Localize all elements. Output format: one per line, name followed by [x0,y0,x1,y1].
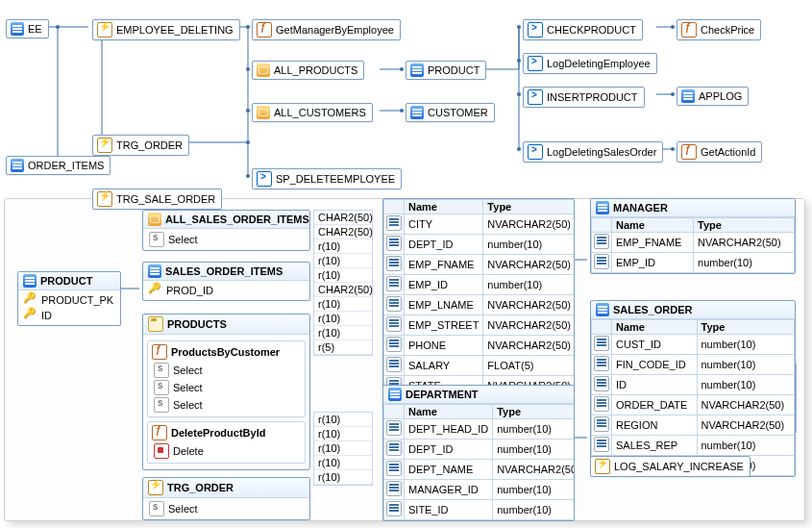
svg-point-3 [246,67,250,71]
svg-point-13 [671,25,675,29]
node-sp-deleteemployee[interactable]: SP_DELETEEMPLOYEE [252,168,402,189]
node-all-products[interactable]: ALL_PRODUCTS [252,61,364,80]
table-icon [23,274,37,288]
column-icon [386,461,402,476]
column-icon [594,336,609,351]
column-type: NVARCHAR2(50) [697,395,795,415]
column-icon [386,276,402,291]
node-getmanagerbyemployee[interactable]: GetManagerByEmployee [252,19,401,40]
package-icon [148,316,163,332]
column-name: EMP_ID [405,275,483,295]
op-label: Select [173,382,203,393]
group-delete-product-by-id[interactable]: DeleteProductById Delete [147,421,306,464]
table-row[interactable]: EMP_LNAMENVARCHAR2(50) [384,295,576,315]
trigger-icon [148,480,163,495]
node-insertproduct[interactable]: INSERTPRODUCT [523,87,645,108]
node-applog[interactable]: APPLOG [677,87,749,106]
table-row[interactable]: CITYNVARCHAR2(50) [384,214,576,235]
table-row[interactable]: EMP_FNAMENVARCHAR2(50) [384,255,576,275]
node-checkprice[interactable]: CheckPrice [677,19,761,40]
column-icon [386,481,402,496]
panel-product[interactable]: PRODUCT PRODUCT_PK ID [17,271,121,326]
table-row[interactable]: EMP_FNAMENVARCHAR2(50) [592,233,795,253]
panel-title: MANAGER [613,202,668,214]
node-log-salary-increase[interactable]: LOG_SALARY_INCREASE [590,456,750,477]
key-icon [24,309,37,322]
column-label: PROD_ID [166,285,213,296]
table-icon [11,22,24,36]
trigger-icon [97,191,112,207]
node-order-items[interactable]: ORDER_ITEMS [6,156,111,175]
group-products-by-customer[interactable]: ProductsByCustomer Select Select Select [147,340,306,417]
table-row[interactable]: REGIONNVARCHAR2(50) [592,415,795,436]
panel-all-sales-order-items[interactable]: ALL_SALES_ORDER_ITEMS_D Select [142,210,310,251]
panel-title: SALES_ORDER [613,304,693,315]
node-all-customers[interactable]: ALL_CUSTOMERS [252,103,373,122]
node-trg-sale-order[interactable]: TRG_SALE_ORDER [92,189,222,210]
table-row[interactable]: EMP_STREETNVARCHAR2(50) [384,315,576,336]
panel-trg-order[interactable]: TRG_ORDER Select [142,477,310,520]
view-icon [257,63,270,77]
select-icon [149,501,164,516]
table-row[interactable]: SALARYFLOAT(5) [384,356,576,376]
column-type: NVARCHAR2(50) [483,295,575,315]
procedure-icon [528,56,543,71]
table-row[interactable]: DEPT_HEAD_IDnumber(10) [384,419,576,440]
panel-title: PRODUCTS [167,318,227,330]
table-row[interactable]: PHONENVARCHAR2(50) [384,336,576,356]
svg-point-7 [400,67,404,71]
column-icon [594,416,609,432]
node-product[interactable]: PRODUCT [406,61,486,80]
table-row[interactable]: EMP_IDnumber(10) [592,253,795,273]
table-row[interactable]: DEPT_NAMENVARCHAR2(50) [384,460,576,480]
table-row[interactable]: MANAGER_IDnumber(10) [384,480,576,500]
column-type: number(10) [483,275,575,295]
function-icon [257,22,272,38]
column-name: SITE_ID [405,500,493,520]
table-row[interactable]: CUST_IDnumber(10) [592,335,795,355]
node-logdeletingemployee[interactable]: LogDeletingEmployee [523,53,657,74]
node-label: GetManagerByEmployee [276,24,394,36]
op-label: Delete [173,445,204,457]
table-row[interactable]: DEPT_IDnumber(10) [384,440,576,460]
node-label: CUSTOMER [428,107,488,118]
node-ee[interactable]: EE [6,19,49,38]
node-customer[interactable]: CUSTOMER [406,103,495,122]
table-row[interactable]: SALES_REPnumber(10) [592,436,795,456]
column-name: MANAGER_ID [405,480,493,500]
column-label: ID [41,310,52,321]
svg-point-9 [517,25,521,29]
column-type: number(10) [493,419,575,440]
table-row[interactable]: DEPT_IDnumber(10) [384,235,576,255]
node-label: SP_DELETEEMPLOYEE [276,173,395,185]
column-type: NVARCHAR2(50) [483,214,575,235]
table-row[interactable]: FIN_CODE_IDnumber(10) [592,355,795,375]
node-trg-order[interactable]: TRG_ORDER [92,135,189,156]
table-row[interactable]: SITE_IDnumber(10) [384,500,576,520]
select-icon [154,380,169,395]
node-checkproduct[interactable]: CHECKPRODUCT [523,19,643,40]
table-row[interactable]: IDnumber(10) [592,375,795,395]
column-name: DEPT_ID [405,235,483,255]
svg-point-14 [671,92,675,96]
panel-manager[interactable]: MANAGER NameType EMP_FNAMENVARCHAR2(50)E… [590,198,796,274]
table-row[interactable]: ORDER_DATENVARCHAR2(50) [592,395,795,415]
trigger-icon [595,459,610,474]
column-label: PRODUCT_PK [41,294,113,306]
table-row[interactable]: EMP_IDnumber(10) [384,275,576,295]
panel-sales-order-items[interactable]: SALES_ORDER_ITEMS PROD_ID [142,262,310,301]
column-icon [594,376,609,391]
node-logdeletingsalesorder[interactable]: LogDeletingSalesOrder [523,141,663,163]
column-type: number(10) [493,500,575,520]
column-name: PHONE [405,336,483,356]
node-label: TRG_ORDER [116,139,183,151]
node-label: LOG_SALARY_INCREASE [614,461,744,472]
panel-products-pkg[interactable]: PRODUCTS ProductsByCustomer Select Selec… [142,314,310,470]
view-icon [257,106,270,119]
diagram-canvas[interactable]: EE EMPLOYEE_DELETING GetManagerByEmploye… [0,0,812,528]
panel-department[interactable]: DEPARTMENT NameType DEPT_HEAD_IDnumber(1… [382,385,575,521]
key-icon [149,284,162,297]
node-getactionid[interactable]: GetActionId [677,141,762,163]
panel-sales-order[interactable]: SALES_ORDER NameType CUST_IDnumber(10)FI… [590,300,796,477]
node-employee-deleting[interactable]: EMPLOYEE_DELETING [92,19,240,40]
